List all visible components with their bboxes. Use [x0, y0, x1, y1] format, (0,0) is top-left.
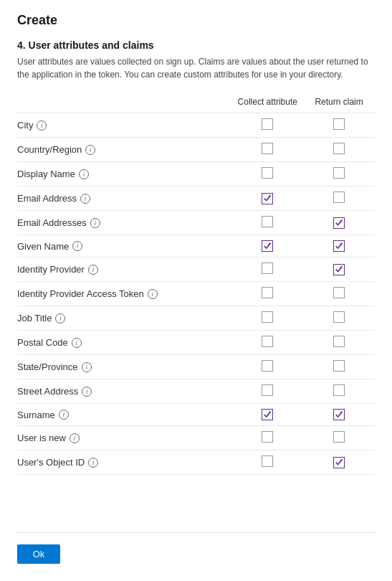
- attr-name-4: Email Addresses i: [17, 217, 231, 228]
- collect-checkbox-0[interactable]: [262, 118, 273, 130]
- attr-name-11: Street Address i: [17, 386, 231, 397]
- attr-name-14: User's Object ID i: [17, 457, 231, 468]
- info-icon-14[interactable]: i: [88, 458, 98, 468]
- info-icon-6[interactable]: i: [88, 265, 98, 275]
- table-row: Display Name i: [17, 162, 375, 186]
- attr-name-0: City i: [17, 120, 231, 131]
- collect-checkbox-14[interactable]: [262, 455, 273, 467]
- col-collect-header: Collect attribute: [231, 94, 303, 113]
- info-icon-11[interactable]: i: [82, 387, 92, 397]
- table-row: Identity Provider Access Token i: [17, 282, 375, 306]
- info-icon-8[interactable]: i: [55, 313, 65, 323]
- info-icon-13[interactable]: i: [70, 433, 80, 443]
- table-row: Country/Region i: [17, 138, 375, 162]
- table-row: State/Province i: [17, 355, 375, 379]
- collect-checkbox-13[interactable]: [262, 431, 273, 443]
- collect-checkbox-9[interactable]: [262, 336, 273, 347]
- collect-checkbox-4[interactable]: [262, 216, 273, 227]
- return-checkbox-9[interactable]: [333, 336, 345, 347]
- collect-checkbox-6[interactable]: [262, 263, 273, 274]
- attr-name-5: Given Name i: [17, 241, 231, 252]
- info-icon-4[interactable]: i: [90, 218, 100, 228]
- collect-checkbox-3[interactable]: [262, 193, 273, 204]
- collect-checkbox-5[interactable]: [262, 240, 273, 252]
- return-checkbox-12[interactable]: [333, 409, 345, 420]
- return-checkbox-5[interactable]: [333, 240, 345, 252]
- return-checkbox-8[interactable]: [333, 311, 345, 323]
- attr-name-1: Country/Region i: [17, 144, 231, 155]
- collect-checkbox-2[interactable]: [262, 167, 273, 179]
- attr-name-3: Email Address i: [17, 193, 231, 204]
- attr-name-6: Identity Provider i: [17, 264, 231, 275]
- table-row: Identity Provider i: [17, 258, 375, 282]
- table-row: Job Title i: [17, 306, 375, 331]
- return-checkbox-13[interactable]: [333, 431, 345, 443]
- attr-name-12: Surname i: [17, 410, 231, 420]
- collect-checkbox-11[interactable]: [262, 384, 273, 396]
- collect-checkbox-1[interactable]: [262, 143, 273, 154]
- table-row: Surname i: [17, 404, 375, 426]
- table-row: Email Address i: [17, 186, 375, 211]
- info-icon-0[interactable]: i: [37, 121, 47, 131]
- return-checkbox-6[interactable]: [333, 264, 345, 275]
- info-icon-7[interactable]: i: [148, 289, 158, 299]
- info-icon-2[interactable]: i: [79, 169, 89, 179]
- info-icon-3[interactable]: i: [80, 194, 90, 204]
- table-row: Email Addresses i: [17, 211, 375, 235]
- page-title: Create: [17, 13, 375, 28]
- collect-checkbox-12[interactable]: [262, 409, 273, 420]
- attr-name-10: State/Province i: [17, 362, 231, 372]
- info-icon-9[interactable]: i: [72, 338, 82, 348]
- info-icon-12[interactable]: i: [59, 410, 69, 420]
- section-title: 4. User attributes and claims: [17, 39, 375, 51]
- return-checkbox-4[interactable]: [333, 217, 345, 229]
- collect-checkbox-10[interactable]: [262, 360, 273, 372]
- table-row: City i: [17, 113, 375, 138]
- attr-name-2: Display Name i: [17, 169, 231, 179]
- return-checkbox-11[interactable]: [333, 384, 345, 396]
- table-row: Street Address i: [17, 379, 375, 404]
- col-name-header: [17, 94, 231, 113]
- return-checkbox-3[interactable]: [333, 192, 345, 203]
- info-icon-1[interactable]: i: [85, 145, 95, 155]
- return-checkbox-10[interactable]: [333, 360, 345, 372]
- collect-checkbox-7[interactable]: [262, 287, 273, 298]
- table-row: User's Object ID i: [17, 450, 375, 475]
- collect-checkbox-8[interactable]: [262, 311, 273, 323]
- return-checkbox-14[interactable]: [333, 457, 345, 468]
- return-checkbox-0[interactable]: [333, 118, 345, 130]
- col-return-header: Return claim: [303, 94, 375, 113]
- attr-name-7: Identity Provider Access Token i: [17, 288, 231, 299]
- ok-button[interactable]: Ok: [17, 544, 60, 564]
- table-row: User is new i: [17, 426, 375, 450]
- description: User attributes are values collected on …: [17, 55, 375, 81]
- return-checkbox-7[interactable]: [333, 287, 345, 298]
- table-row: Postal Code i: [17, 331, 375, 355]
- attr-name-9: Postal Code i: [17, 337, 231, 348]
- info-icon-5[interactable]: i: [72, 241, 82, 251]
- attr-name-8: Job Title i: [17, 313, 231, 323]
- table-row: Given Name i: [17, 235, 375, 258]
- attr-name-13: User is new i: [17, 433, 231, 443]
- return-checkbox-1[interactable]: [333, 143, 345, 154]
- info-icon-10[interactable]: i: [82, 362, 92, 372]
- return-checkbox-2[interactable]: [333, 167, 345, 179]
